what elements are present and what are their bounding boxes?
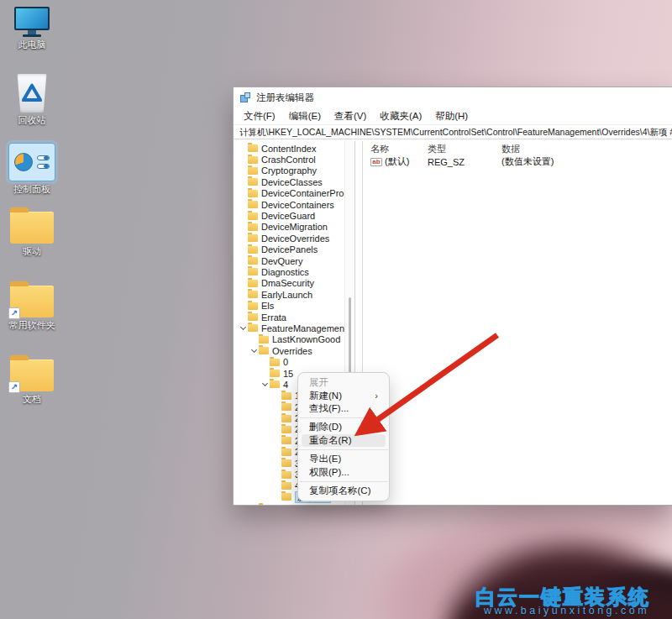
tree-node[interactable]: DeviceMigration (234, 222, 354, 233)
tree-node-label: FeatureManagement (261, 323, 347, 333)
menubar-item[interactable]: 帮助(H) (428, 108, 475, 124)
tree-node[interactable]: CrashControl (234, 154, 354, 165)
chevron-icon[interactable] (249, 504, 259, 505)
tree-node[interactable]: UsageSubscriptions (234, 503, 354, 506)
tree-node[interactable]: DeviceGuard (234, 210, 354, 221)
chevron-icon[interactable] (239, 189, 248, 198)
chevron-icon[interactable] (239, 302, 248, 311)
tree-node-label: DeviceMigration (261, 222, 328, 232)
chevron-icon[interactable] (249, 335, 259, 344)
context-menu-item[interactable]: 复制项名称(C) (302, 485, 386, 497)
chevron-icon[interactable] (260, 380, 270, 389)
tree-node[interactable]: DeviceContainerPropertyUpda (234, 188, 354, 199)
tree-node-label: Cryptography (261, 165, 317, 176)
key-folder-icon (248, 246, 258, 254)
key-folder-icon (248, 190, 258, 197)
tree-node[interactable]: Els (234, 300, 354, 311)
chevron-icon[interactable] (239, 212, 248, 221)
context-menu-item[interactable]: 导出(E) (302, 453, 386, 465)
tree-node[interactable]: FeatureManagement (234, 323, 354, 333)
context-menu-item[interactable] (299, 447, 388, 453)
chevron-icon[interactable] (249, 346, 259, 355)
chevron-icon[interactable] (239, 256, 248, 265)
menubar-item[interactable]: 查看(V) (328, 108, 373, 124)
chevron-icon[interactable] (260, 369, 270, 378)
chevron-icon[interactable] (260, 358, 270, 367)
menubar-item[interactable]: 编辑(E) (282, 108, 328, 124)
tree-node[interactable]: DeviceClasses (234, 176, 354, 187)
tree-node[interactable]: ContentIndex (234, 143, 354, 154)
column-data[interactable]: 数据 (501, 143, 672, 155)
desktop-icon-control-panel[interactable]: 控制面板 (2, 143, 62, 194)
desktop-icon-folder-documents[interactable]: ↗ 文档 (2, 359, 62, 404)
desktop-icon-this-pc[interactable]: 此电脑 (2, 7, 62, 50)
chevron-icon[interactable] (239, 223, 248, 232)
chevron-icon[interactable] (239, 200, 248, 209)
key-folder-icon (281, 426, 291, 433)
context-menu-item[interactable]: 重命名(R) (302, 434, 386, 447)
column-type[interactable]: 类型 (428, 143, 501, 155)
chevron-icon[interactable] (272, 425, 281, 434)
tree-node[interactable]: Cryptography (234, 165, 354, 176)
tree-node-label: CrashControl (261, 155, 316, 165)
tree-node[interactable]: DevicePanels (234, 244, 354, 255)
taskbar (0, 585, 672, 619)
tree-node[interactable]: LastKnownGood (234, 334, 354, 345)
key-folder-icon (281, 471, 291, 479)
chevron-icon[interactable] (239, 245, 248, 254)
tree-node[interactable]: 0 (234, 356, 354, 367)
context-menu-item[interactable]: 删除(D) (302, 421, 386, 433)
chevron-icon[interactable] (272, 492, 281, 501)
context-menu-item[interactable] (299, 415, 388, 421)
key-folder-icon (281, 449, 291, 456)
regedit-address-bar[interactable]: 计算机\HKEY_LOCAL_MACHINE\SYSTEM\CurrentCon… (234, 124, 672, 139)
chevron-icon[interactable] (272, 448, 281, 457)
tree-node[interactable]: Overrides (234, 345, 354, 356)
chevron-icon[interactable] (272, 459, 281, 468)
tree-node-label: Els (261, 301, 274, 311)
chevron-icon[interactable] (239, 177, 248, 186)
tree-node[interactable]: Diagnostics (234, 266, 354, 277)
this-pc-icon (14, 7, 50, 37)
tree-node[interactable]: DeviceOverrides (234, 233, 354, 244)
context-menu-item[interactable]: 权限(P)... (302, 465, 386, 478)
chevron-icon[interactable] (239, 323, 248, 333)
menubar-item[interactable]: 收藏夹(A) (373, 108, 428, 124)
chevron-icon[interactable] (239, 233, 248, 243)
window-title: 注册表编辑器 (256, 92, 314, 104)
context-menu-item[interactable]: 查找(F)... (302, 402, 386, 415)
chevron-icon[interactable] (272, 470, 281, 480)
chevron-icon[interactable] (239, 279, 248, 288)
context-menu-item[interactable]: 展开 (302, 376, 386, 389)
chevron-icon[interactable] (239, 166, 248, 176)
tree-node[interactable]: EarlyLaunch (234, 289, 354, 300)
tree-node[interactable]: DeviceContainers (234, 199, 354, 210)
chevron-icon[interactable] (239, 267, 248, 276)
chevron-icon[interactable] (272, 391, 281, 401)
column-name[interactable]: 名称 (370, 143, 428, 155)
shortcut-arrow-icon: ↗ (8, 307, 20, 319)
key-folder-icon (248, 234, 258, 242)
regedit-titlebar[interactable]: 注册表编辑器 (234, 87, 672, 108)
chevron-icon[interactable] (239, 312, 248, 322)
tree-node[interactable]: DmaSecurity (234, 278, 354, 289)
tree-node[interactable]: DevQuery (234, 255, 354, 266)
tree-node[interactable]: Errata (234, 312, 354, 323)
context-menu-item[interactable] (299, 479, 388, 485)
chevron-icon[interactable] (239, 144, 248, 153)
chevron-icon[interactable] (272, 402, 281, 412)
menubar-item[interactable]: 文件(F) (237, 108, 282, 124)
context-menu-item[interactable]: 新建(N) › (302, 389, 386, 401)
key-folder-icon (281, 493, 291, 501)
desktop-icon-recycle-bin[interactable]: 回收站 (2, 74, 62, 125)
chevron-icon[interactable] (272, 481, 281, 490)
chevron-icon[interactable] (272, 436, 281, 445)
tree-node-label: 0 (283, 357, 288, 367)
value-row[interactable]: ab (默认) REG_SZ (数值未设置) (370, 155, 672, 168)
chevron-icon[interactable] (239, 290, 248, 299)
chevron-icon[interactable] (239, 155, 248, 165)
desktop-icon-folder-software[interactable]: ↗ 常用软件夹 (2, 286, 62, 330)
key-folder-icon (248, 324, 258, 332)
chevron-icon[interactable] (272, 414, 281, 423)
desktop-icon-folder-drivers[interactable]: 驱动 (2, 212, 62, 256)
